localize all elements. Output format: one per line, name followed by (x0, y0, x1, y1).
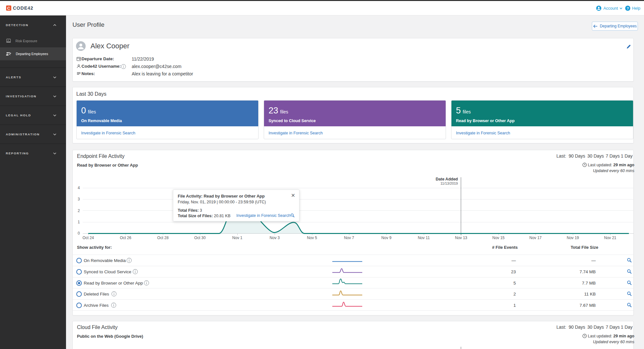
svg-text:?: ? (627, 6, 629, 10)
